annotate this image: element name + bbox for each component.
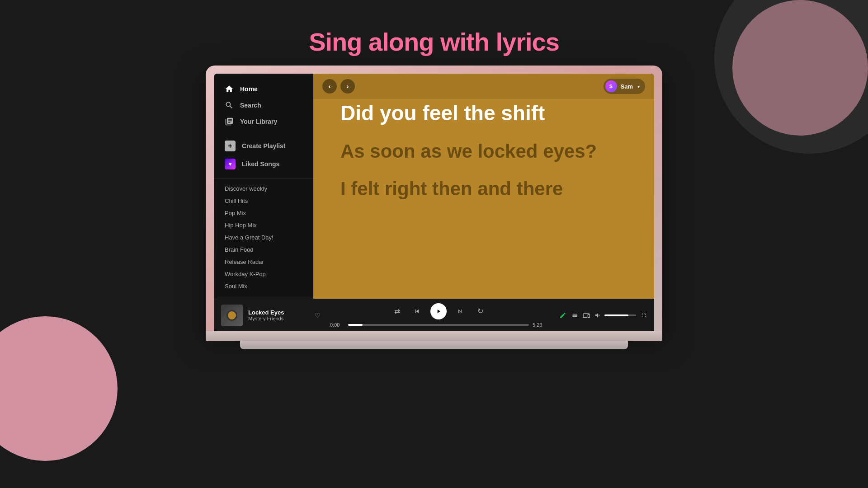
playlist-item-discover-weekly[interactable]: Discover weekly (219, 183, 308, 195)
sidebar-home-label: Home (240, 85, 258, 93)
library-icon (225, 117, 234, 126)
playlist-item-release-radar[interactable]: Release Radar (219, 256, 308, 268)
liked-songs-label: Liked Songs (242, 160, 279, 168)
play-pause-button[interactable] (430, 303, 447, 319)
sidebar-actions: + Create Playlist ♥ Liked Songs (214, 137, 313, 179)
playlist-item-workday-kpop[interactable]: Workday K-Pop (219, 268, 308, 280)
play-icon (435, 308, 442, 314)
control-buttons: ⇄ (391, 303, 486, 319)
liked-songs-btn[interactable]: ♥ Liked Songs (219, 155, 308, 173)
user-dropdown-arrow: ▾ (637, 84, 640, 89)
bg-shape-right2 (732, 0, 868, 136)
progress-bar-container: 0:00 5:23 (330, 322, 547, 328)
laptop-wrapper: Home Search (206, 66, 662, 349)
volume-track[interactable] (604, 314, 636, 316)
time-current: 0:00 (330, 322, 344, 328)
track-info: Locked Eyes Mystery Friends (248, 309, 306, 321)
laptop-stand (240, 341, 628, 349)
sidebar: Home Search (214, 74, 313, 299)
fullscreen-icon (641, 312, 647, 319)
forward-icon: › (347, 83, 349, 90)
lyric-line-1: Did you feel the shift (340, 101, 627, 126)
create-playlist-btn[interactable]: + Create Playlist (219, 137, 308, 155)
search-icon (225, 101, 234, 110)
sidebar-nav: Home Search (214, 81, 313, 130)
volume-fill (604, 314, 628, 316)
sidebar-item-home[interactable]: Home (219, 81, 308, 97)
app-container: Home Search (214, 74, 654, 299)
page-title: Sing along with lyrics (309, 27, 559, 56)
bg-shape-left (0, 316, 118, 461)
volume-icon (594, 312, 602, 319)
fullscreen-button[interactable] (641, 312, 647, 319)
volume-container (594, 312, 636, 319)
lyrics-icon (559, 312, 566, 319)
album-art (221, 305, 243, 326)
create-playlist-label: Create Playlist (242, 142, 286, 150)
player-bar: Locked Eyes Mystery Friends ♡ ⇄ (214, 299, 654, 331)
album-art-disc (226, 310, 237, 321)
shuffle-button[interactable]: ⇄ (391, 305, 403, 318)
queue-icon (571, 312, 578, 319)
back-button[interactable]: ‹ (322, 79, 337, 94)
previous-icon (413, 308, 420, 315)
shuffle-icon: ⇄ (394, 307, 400, 315)
back-icon: ‹ (329, 83, 331, 90)
devices-icon (583, 312, 590, 319)
laptop-screen: Home Search (214, 74, 654, 331)
nav-buttons: ‹ › (322, 79, 355, 94)
now-playing: Locked Eyes Mystery Friends ♡ (221, 305, 321, 326)
sidebar-item-search[interactable]: Search (219, 97, 308, 113)
playlist-item-soul-mix[interactable]: Soul Mix (219, 280, 308, 291)
home-icon (225, 84, 234, 94)
avatar-initials: S (609, 84, 613, 89)
lyric-line-2: As soon as we locked eyes? (340, 140, 627, 163)
playlist-item-chill-hits[interactable]: Chill Hits (219, 195, 308, 207)
laptop-screen-border: Home Search (206, 66, 662, 331)
track-artist: Mystery Friends (248, 316, 306, 321)
user-name: Sam (621, 83, 633, 90)
player-controls: ⇄ (321, 303, 557, 328)
lyrics-container: Did you feel the shift As soon as we loc… (313, 74, 654, 299)
previous-button[interactable] (410, 305, 423, 318)
progress-track[interactable] (348, 324, 529, 326)
devices-button[interactable] (583, 312, 590, 319)
repeat-icon: ↻ (477, 307, 483, 315)
playlist-item-great-day[interactable]: Have a Great Day! (219, 231, 308, 244)
liked-songs-icon: ♥ (225, 159, 236, 169)
progress-fill (348, 324, 363, 326)
sidebar-search-label: Search (240, 102, 261, 109)
playlist-item-pop-mix[interactable]: Pop Mix (219, 207, 308, 219)
time-total: 5:23 (533, 322, 547, 328)
queue-button[interactable] (571, 312, 578, 319)
forward-button[interactable]: › (340, 79, 355, 94)
heart-button[interactable]: ♡ (315, 312, 321, 319)
playlist-list: Discover weekly Chill Hits Pop Mix Hip H… (214, 183, 313, 291)
avatar: S (605, 80, 617, 92)
player-right-controls (557, 312, 647, 319)
main-content: ‹ › S Sam ▾ (313, 74, 654, 299)
next-button[interactable] (454, 305, 467, 318)
user-menu[interactable]: S Sam ▾ (604, 79, 645, 94)
top-bar: ‹ › S Sam ▾ (313, 74, 654, 99)
laptop-base (206, 331, 662, 341)
next-icon (457, 308, 464, 315)
repeat-button[interactable]: ↻ (474, 305, 486, 318)
lyrics-button[interactable] (559, 312, 566, 319)
playlist-item-hip-hop-mix[interactable]: Hip Hop Mix (219, 219, 308, 231)
volume-button[interactable] (594, 312, 602, 319)
track-name: Locked Eyes (248, 309, 306, 316)
sidebar-library-label: Your Library (240, 118, 277, 125)
lyric-line-3: I felt right then and there (340, 178, 627, 200)
playlist-item-brain-food[interactable]: Brain Food (219, 244, 308, 256)
sidebar-item-library[interactable]: Your Library (219, 113, 308, 130)
create-playlist-icon: + (225, 141, 236, 151)
